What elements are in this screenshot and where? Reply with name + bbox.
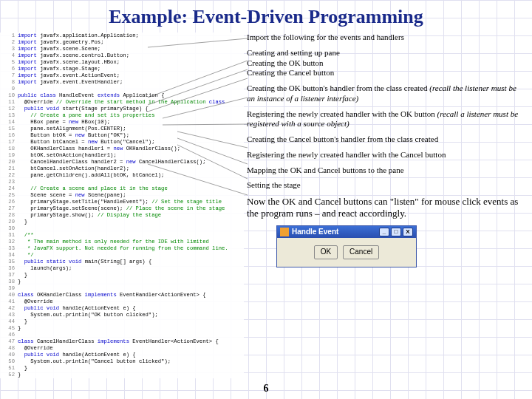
annotations: Import the following for the events and … (244, 33, 532, 378)
ann-register-cancel: Registering the newly created handler wi… (247, 150, 525, 160)
ann-pane-group: Creating and setting up pane Creating th… (247, 48, 525, 78)
ann-cancel-handler: Creating the Cancel button's handler fro… (247, 134, 525, 145)
ann-pane: Creating and setting up pane (247, 48, 340, 57)
minimize-button[interactable]: _ (379, 228, 389, 236)
close-button[interactable]: X (403, 228, 413, 236)
main-area: 1import javafx.application.Application; … (0, 33, 532, 378)
page-number: 6 (264, 383, 269, 395)
summary: Now the OK and Cancel buttons can "liste… (247, 196, 525, 220)
cancel-button[interactable]: Cancel (343, 245, 379, 259)
ann-register-ok-text: Registering the newly created handler wi… (247, 109, 437, 118)
ann-ok-handler-text: Creating the OK button's handler from th… (247, 83, 429, 92)
dialog-titlebar: Handle Event _ □ X (277, 226, 416, 239)
ann-ok: Creating the OK button (247, 58, 324, 67)
dialog-body: OK Cancel (277, 238, 416, 267)
dialog-window: Handle Event _ □ X OK Cancel (276, 225, 417, 267)
java-icon (280, 228, 289, 236)
ann-cancel: Creating the Cancel button (247, 68, 334, 77)
code-listing: 1import javafx.application.Application; … (0, 33, 244, 378)
page-title: Example: Event-Driven Programming (0, 0, 532, 33)
ann-ok-handler: Creating the OK button's handler from th… (247, 83, 525, 104)
maximize-button[interactable]: □ (391, 228, 401, 236)
ann-mapping: Mapping the OK and Cancel buttons to the… (247, 166, 525, 176)
dialog-title: Handle Event (292, 228, 338, 237)
ann-imports: Import the following for the events and … (247, 33, 525, 43)
ann-register-ok: Registering the newly created handler wi… (247, 109, 525, 130)
ann-stage: Setting the stage (247, 180, 525, 191)
ok-button[interactable]: OK (314, 245, 338, 259)
